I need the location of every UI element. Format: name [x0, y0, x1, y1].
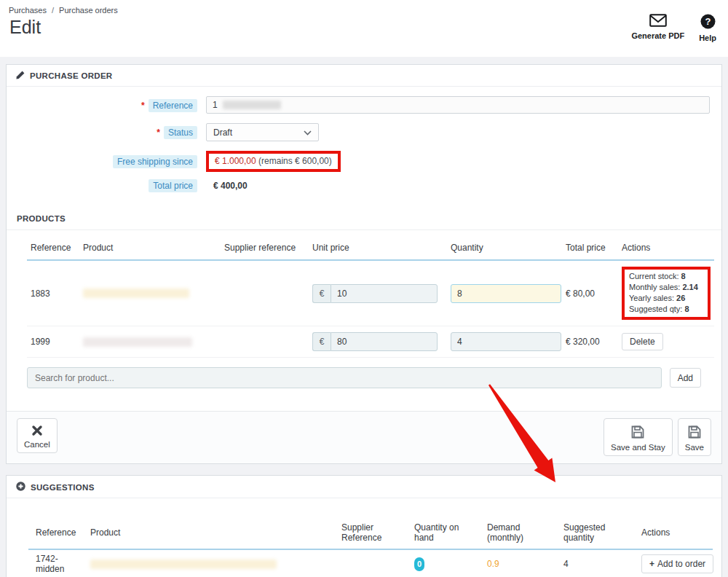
- products-section-title: PRODUCTS: [7, 206, 721, 230]
- product-search-input[interactable]: [27, 367, 662, 388]
- top-bar-actions: Generate PDF ? Help: [631, 4, 716, 57]
- status-selected-value: Draft: [213, 127, 232, 138]
- purchase-order-panel-title: PURCHASE ORDER: [30, 71, 112, 80]
- plus-circle-icon: [16, 482, 25, 492]
- yearly-sales-line: Yearly sales: 26: [629, 293, 703, 304]
- reference-redaction-blur: [223, 101, 281, 109]
- quantity-input[interactable]: [451, 332, 561, 351]
- products-table: Reference Product Supplier reference Uni…: [27, 236, 714, 358]
- products-header-row: Reference Product Supplier reference Uni…: [27, 236, 714, 260]
- col-reference: Reference: [28, 517, 83, 549]
- page-title: Edit: [9, 17, 118, 38]
- product-reference: 1999: [27, 326, 79, 358]
- suggestion-reference: 1742-midden: [28, 549, 83, 577]
- col-suggested-quantity: Suggested quantity: [556, 517, 634, 549]
- monthly-sales-line: Monthly sales: 2.14: [629, 282, 703, 293]
- product-stats-annotation-box: Current stock: 8 Monthly sales: 2.14 Yea…: [622, 267, 711, 320]
- suggestions-panel-title: SUGGESTIONS: [31, 483, 95, 492]
- required-mark: *: [141, 101, 145, 111]
- floppy-disk-icon: [630, 425, 645, 441]
- add-to-order-button[interactable]: +Add to order: [641, 554, 713, 573]
- suggestions-table: Reference Product Supplier Reference Qua…: [28, 517, 713, 577]
- delete-button[interactable]: Delete: [622, 333, 663, 350]
- free-shipping-remains: (remains € 600,00): [258, 156, 332, 166]
- product-name-redaction-blur: [83, 288, 189, 298]
- col-demand-monthly: Demand (monthly): [480, 517, 556, 549]
- col-quantity: Quantity: [447, 236, 562, 260]
- total-price-row: Total price € 400,00: [18, 178, 710, 192]
- current-stock-line: Current stock: 8: [629, 271, 703, 282]
- generate-pdf-icon: [649, 14, 667, 28]
- add-product-button[interactable]: Add: [670, 368, 701, 388]
- generate-pdf-button[interactable]: Generate PDF: [631, 14, 684, 40]
- free-shipping-annotation-box: € 1.000,00 (remains € 600,00): [206, 151, 341, 172]
- free-shipping-amount: € 1.000,00: [215, 156, 256, 166]
- col-actions: Actions: [618, 236, 714, 260]
- col-unit-price: Unit price: [309, 236, 447, 260]
- save-and-stay-button[interactable]: Save and Stay: [604, 418, 673, 456]
- currency-addon: €: [312, 284, 331, 303]
- total-price-label: Total price: [149, 179, 197, 192]
- unit-price-input-group: €: [312, 332, 438, 351]
- help-button[interactable]: ? Help: [699, 14, 716, 42]
- chevron-down-icon: [304, 127, 312, 138]
- col-product: Product: [83, 517, 334, 549]
- col-product: Product: [79, 236, 221, 260]
- col-total-price: Total price: [562, 236, 618, 260]
- help-label: Help: [699, 34, 716, 42]
- save-button[interactable]: Save: [678, 418, 711, 456]
- quantity-input[interactable]: [451, 284, 561, 303]
- currency-addon: €: [312, 332, 331, 351]
- suggested-quantity-value: 4: [556, 549, 634, 577]
- status-row: *Status Draft: [18, 123, 710, 141]
- total-price-value: € 400,00: [206, 181, 710, 191]
- supplier-reference-cell: [221, 260, 309, 326]
- svg-text:?: ?: [705, 16, 711, 27]
- required-mark: *: [157, 127, 160, 138]
- purchase-order-panel: PURCHASE ORDER *Reference *Status Draft: [6, 64, 722, 464]
- purchase-order-panel-heading: PURCHASE ORDER: [7, 65, 721, 87]
- suggestion-row: 1742-midden 0 0.9 4 +Add to order: [28, 549, 713, 577]
- product-row-1999: 1999 € € 320,00 Delete: [27, 326, 714, 358]
- product-search-row: Add: [27, 367, 701, 388]
- cancel-label: Cancel: [24, 440, 50, 449]
- reference-label: Reference: [149, 99, 197, 112]
- status-label: Status: [164, 126, 197, 139]
- status-select[interactable]: Draft: [206, 123, 319, 141]
- save-and-stay-label: Save and Stay: [611, 443, 665, 452]
- col-reference: Reference: [27, 236, 79, 260]
- reference-input[interactable]: [206, 96, 710, 114]
- suggestions-header-row: Reference Product Supplier Reference Qua…: [28, 517, 713, 549]
- row-total-price: € 80,00: [562, 260, 618, 326]
- product-name-redaction-blur: [90, 560, 277, 569]
- floppy-disk-icon: [687, 425, 702, 441]
- pencil-icon: [16, 71, 25, 81]
- supplier-reference-cell: [334, 549, 407, 577]
- unit-price-input[interactable]: [331, 284, 438, 303]
- col-supplier-reference: Supplier Reference: [334, 517, 407, 549]
- product-reference: 1883: [27, 260, 79, 326]
- purchase-order-footer: Cancel Save and Stay Save: [7, 411, 721, 463]
- breadcrumb: Purchases/Purchase orders: [9, 4, 118, 15]
- help-icon: ?: [700, 14, 716, 31]
- cancel-button[interactable]: Cancel: [17, 418, 58, 453]
- breadcrumb-separator: /: [52, 6, 54, 15]
- reference-row: *Reference: [18, 96, 710, 114]
- product-name-redaction-blur: [83, 337, 192, 347]
- col-actions: Actions: [634, 517, 713, 549]
- plus-icon: +: [649, 559, 654, 569]
- breadcrumb-purchase-orders[interactable]: Purchase orders: [59, 6, 118, 15]
- supplier-reference-cell: [221, 326, 309, 358]
- quantity-on-hand-badge: 0: [414, 557, 424, 571]
- save-label: Save: [685, 443, 704, 452]
- col-supplier-reference: Supplier reference: [221, 236, 309, 260]
- unit-price-input[interactable]: [331, 332, 438, 351]
- suggested-qty-line: Suggested qty: 8: [629, 304, 703, 315]
- top-bar-left: Purchases/Purchase orders Edit: [9, 4, 118, 57]
- product-row-1883: 1883 € € 80,00 Current stock: 8 Mont: [27, 260, 714, 326]
- top-bar: Purchases/Purchase orders Edit Generate …: [0, 0, 728, 57]
- close-icon: [31, 425, 43, 438]
- col-quantity-on-hand: Quantity on hand: [407, 517, 480, 549]
- row-total-price: € 320,00: [562, 326, 618, 358]
- breadcrumb-purchases[interactable]: Purchases: [9, 6, 47, 15]
